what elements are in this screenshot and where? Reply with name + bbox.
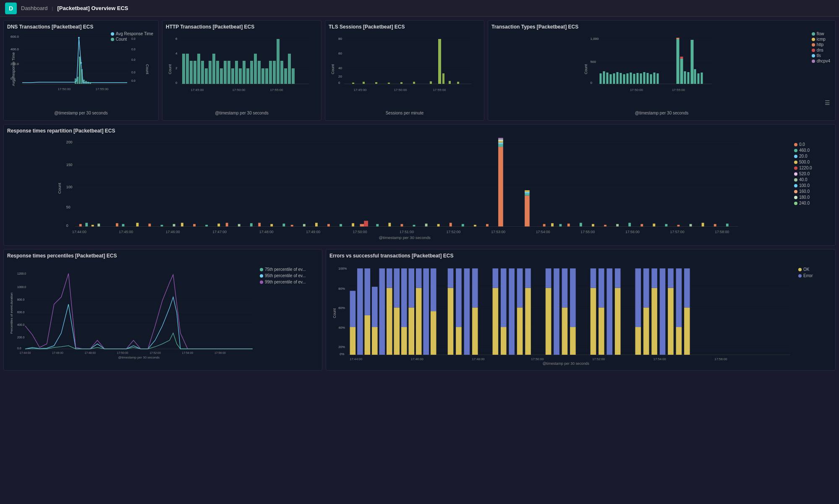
svg-text:0.0: 0.0 xyxy=(131,71,136,74)
svg-text:17:50:00: 17:50:00 xyxy=(58,87,71,91)
svg-rect-155 xyxy=(217,223,220,226)
svg-rect-294 xyxy=(525,288,531,355)
svg-text:17:44:00: 17:44:00 xyxy=(350,357,363,361)
svg-rect-163 xyxy=(303,224,306,226)
svg-rect-278 xyxy=(431,311,436,355)
svg-rect-58 xyxy=(261,68,264,84)
pct-l75-label: 75th percentile of ev... xyxy=(265,267,306,272)
svg-text:0: 0 xyxy=(338,81,340,85)
svg-text:17:50:00: 17:50:00 xyxy=(232,88,246,92)
svg-rect-297 xyxy=(546,268,551,288)
rr-l9-dot xyxy=(794,196,797,199)
svg-text:20%: 20% xyxy=(338,345,345,349)
panel-evs-title: Errors vs successful transactions [Packe… xyxy=(329,253,832,259)
svg-rect-281 xyxy=(448,268,454,288)
svg-text:17:56:00: 17:56:00 xyxy=(214,351,226,354)
svg-rect-146 xyxy=(116,223,118,226)
svg-rect-109 xyxy=(627,73,629,84)
pct-chart-wrap: Percentiles of event.duration 1200.0 100… xyxy=(7,260,260,366)
svg-rect-285 xyxy=(472,307,478,355)
svg-rect-149 xyxy=(149,223,151,226)
header: D Dashboard | [Packetbeat] Overview ECS xyxy=(0,0,839,17)
svg-text:20: 20 xyxy=(338,75,342,78)
tt-legend-http: http xyxy=(812,42,830,47)
svg-text:400.0: 400.0 xyxy=(10,47,19,51)
evs-content: Count 100% 80% 60% 40% 20% 0% xyxy=(329,260,832,366)
panel-dns-title: DNS Transactions [Packetbeat] ECS xyxy=(7,24,155,30)
breadcrumb[interactable]: Dashboard xyxy=(21,5,48,11)
svg-text:@timestamp per 30 seconds: @timestamp per 30 seconds xyxy=(118,356,160,359)
app-logo[interactable]: D xyxy=(5,3,17,14)
panel-dns: DNS Transactions [Packetbeat] ECS Avg Re… xyxy=(3,20,159,121)
tt-legend-dns-dot xyxy=(812,49,815,52)
svg-rect-62 xyxy=(277,39,280,84)
tt-legend-icmp-dot xyxy=(812,38,815,41)
svg-rect-205 xyxy=(714,224,716,226)
rr-l5-dot xyxy=(794,172,797,176)
svg-text:50: 50 xyxy=(66,205,71,209)
svg-text:17:50:00: 17:50:00 xyxy=(630,88,643,92)
svg-rect-284 xyxy=(464,268,470,355)
http-svg: Count 6 4 2 0 xyxy=(166,31,318,109)
svg-rect-46 xyxy=(216,61,219,84)
svg-rect-157 xyxy=(238,224,240,226)
mid-row: Response times repartition [Packetbeat] … xyxy=(3,124,836,246)
breadcrumb-separator: | xyxy=(52,6,53,11)
svg-rect-126 xyxy=(694,69,696,84)
dns-legend-count: Count xyxy=(111,37,153,42)
rr-l6-dot xyxy=(794,178,797,182)
svg-point-24 xyxy=(78,37,80,39)
svg-text:Count: Count xyxy=(332,308,337,318)
svg-rect-40 xyxy=(193,61,196,84)
svg-rect-286 xyxy=(472,268,478,307)
rr-l8-dot xyxy=(794,190,797,193)
svg-rect-280 xyxy=(448,288,454,355)
svg-rect-120 xyxy=(677,38,680,39)
svg-rect-316 xyxy=(660,268,666,355)
legend-toggle-icon[interactable]: ☰ xyxy=(825,99,830,106)
dns-x-label: @timestamp per 30 seconds xyxy=(7,111,155,115)
svg-text:17:52:00: 17:52:00 xyxy=(447,230,461,234)
svg-text:17:50:00: 17:50:00 xyxy=(353,230,367,234)
svg-rect-114 xyxy=(643,72,646,84)
evs-chart-wrap: Count 100% 80% 60% 40% 20% 0% xyxy=(329,260,798,366)
svg-rect-317 xyxy=(668,288,674,355)
evs-legend-ok: OK xyxy=(798,267,832,272)
svg-rect-143 xyxy=(85,223,88,226)
svg-rect-161 xyxy=(282,223,285,226)
svg-rect-275 xyxy=(416,288,422,355)
svg-rect-111 xyxy=(633,74,635,84)
tt-legend-flow: flow xyxy=(812,31,830,36)
dns-legend-count-label: Count xyxy=(116,37,127,42)
svg-rect-307 xyxy=(606,268,612,355)
svg-rect-179 xyxy=(486,224,489,226)
svg-rect-321 xyxy=(684,307,690,355)
svg-text:Percentiles of event.duration: Percentiles of event.duration xyxy=(10,293,13,334)
svg-text:80: 80 xyxy=(338,37,342,41)
svg-rect-291 xyxy=(509,268,515,355)
http-x-label: @timestamp per 30 seconds xyxy=(166,111,318,115)
svg-text:Count: Count xyxy=(57,183,62,194)
svg-text:17:48:00: 17:48:00 xyxy=(259,230,274,234)
svg-rect-117 xyxy=(653,73,656,84)
svg-rect-184 xyxy=(498,140,503,141)
svg-rect-20 xyxy=(83,80,85,84)
evs-l-error-label: Error xyxy=(803,273,813,278)
svg-rect-287 xyxy=(493,288,499,355)
svg-rect-105 xyxy=(613,73,615,84)
svg-rect-106 xyxy=(617,72,619,84)
svg-rect-173 xyxy=(413,225,416,226)
top-row: DNS Transactions [Packetbeat] ECS Avg Re… xyxy=(3,20,836,121)
rr-legend: 0.0 460.0 20.0 500.0 1220.0 520.0 40.0 1… xyxy=(794,135,832,241)
svg-rect-193 xyxy=(567,223,570,226)
svg-text:0.0: 0.0 xyxy=(131,79,136,82)
svg-rect-200 xyxy=(653,223,655,226)
svg-rect-18 xyxy=(79,57,81,84)
panel-tls-chart: Count 80 60 40 20 0 xyxy=(329,31,481,114)
svg-rect-90 xyxy=(457,82,459,84)
dashboard: DNS Transactions [Packetbeat] ECS Avg Re… xyxy=(0,17,839,374)
rr-legend-8: 160.0 xyxy=(794,189,832,194)
svg-rect-80 xyxy=(352,83,354,84)
svg-rect-182 xyxy=(498,143,503,144)
tt-legend-dhcpv4: dhcpv4 xyxy=(812,59,830,63)
